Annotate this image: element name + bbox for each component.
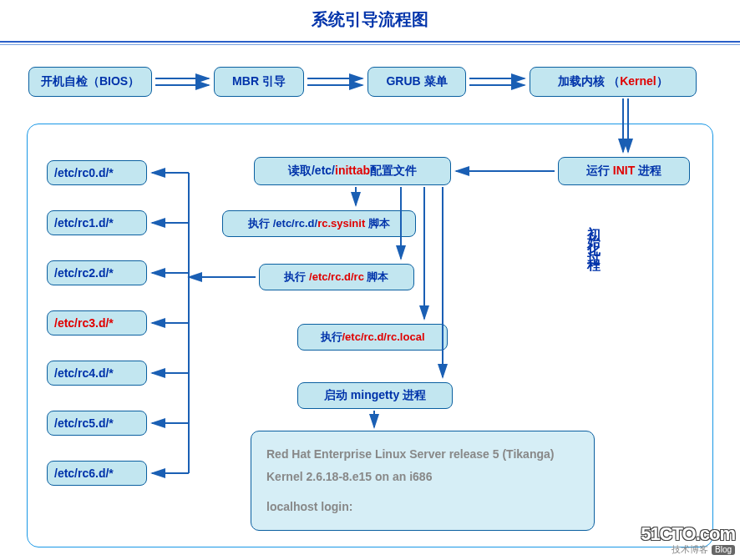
node-mingetty: 启动 mingetty 进程 — [297, 382, 453, 409]
node-rc4: /etc/rc4.d/* — [47, 361, 147, 386]
node-rc6: /etc/rc6.d/* — [47, 461, 147, 486]
node-rclocal: 执行/etc/rc.d/rc.local — [297, 324, 448, 351]
node-rc-script: 执行 /etc/rc.d/rc 脚本 — [259, 264, 414, 290]
node-rc1: /etc/rc1.d/* — [47, 210, 147, 235]
divider — [0, 41, 740, 43]
stage-label: 初始化过程 — [585, 215, 602, 257]
node-mbr: MBR 引导 — [214, 67, 304, 97]
node-inittab: 读取/etc/inittab配置文件 — [254, 157, 451, 185]
node-grub: GRUB 菜单 — [367, 67, 466, 97]
node-kernel: 加载内核 （Kernel） — [530, 67, 697, 97]
divider — [0, 44, 740, 45]
diagram-title: 系统引导流程图 — [0, 0, 740, 31]
login-terminal: Red Hat Enterprise Linux Server release … — [251, 431, 595, 531]
node-rc5: /etc/rc5.d/* — [47, 411, 147, 436]
watermark: 51CTO.com 技术博客Blog — [641, 525, 735, 555]
node-sysinit: 执行 /etc/rc.d/rc.sysinit 脚本 — [222, 210, 416, 237]
node-rc0: /etc/rc0.d/* — [47, 160, 147, 185]
node-rc2: /etc/rc2.d/* — [47, 260, 147, 285]
node-bios: 开机自检（BIOS） — [28, 67, 152, 97]
node-rc3: /etc/rc3.d/* — [47, 310, 147, 335]
node-run-init: 运行 INIT 进程 — [558, 157, 690, 185]
